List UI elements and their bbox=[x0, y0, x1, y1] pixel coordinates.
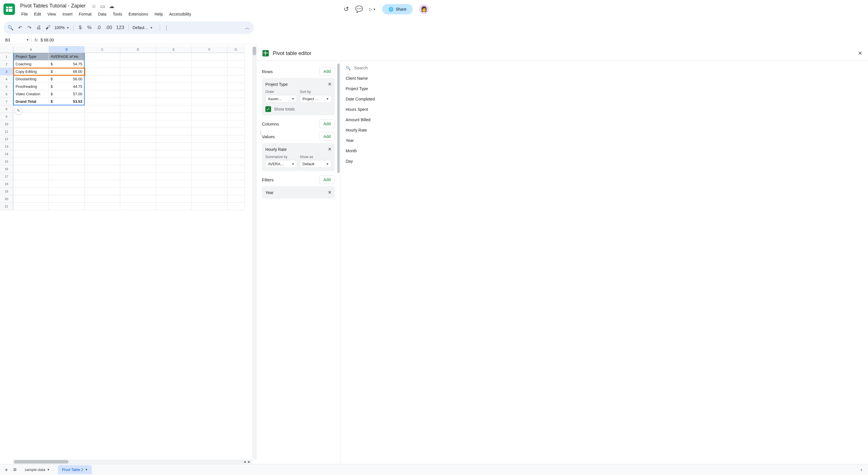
sheets-logo[interactable] bbox=[3, 3, 15, 15]
col-header-E[interactable]: E bbox=[156, 46, 192, 53]
showas-dropdown[interactable]: Default ▼ bbox=[300, 160, 332, 168]
cell[interactable] bbox=[49, 180, 85, 188]
cell[interactable] bbox=[227, 195, 245, 203]
row-header[interactable]: 19 bbox=[0, 188, 13, 195]
cell[interactable] bbox=[49, 158, 85, 165]
cell[interactable] bbox=[156, 195, 192, 203]
cell[interactable] bbox=[49, 203, 85, 210]
cell[interactable] bbox=[192, 113, 227, 120]
paint-format-icon[interactable]: 🖌 bbox=[45, 25, 50, 31]
cell[interactable] bbox=[49, 165, 85, 173]
move-icon[interactable]: ▭ bbox=[100, 3, 105, 9]
select-all-corner[interactable] bbox=[0, 46, 13, 53]
cell[interactable] bbox=[85, 98, 120, 106]
cell[interactable] bbox=[192, 98, 227, 106]
sortby-dropdown[interactable]: Project … ▼ bbox=[300, 95, 332, 103]
col-header-B[interactable]: B bbox=[49, 46, 85, 53]
cell[interactable] bbox=[13, 165, 49, 173]
cell[interactable] bbox=[85, 106, 120, 113]
cell[interactable] bbox=[49, 120, 85, 128]
row-header[interactable]: 3 bbox=[0, 68, 13, 76]
cell[interactable] bbox=[13, 195, 49, 203]
formula-value[interactable]: $ 68.00 bbox=[40, 38, 257, 42]
cell[interactable] bbox=[156, 150, 192, 158]
remove-filters-card-icon[interactable]: ✕ bbox=[328, 190, 332, 195]
row-header[interactable]: 11 bbox=[0, 128, 13, 135]
col-header-C[interactable]: C bbox=[85, 46, 120, 53]
row-header[interactable]: 8 bbox=[0, 106, 13, 113]
cell[interactable] bbox=[49, 150, 85, 158]
cell[interactable] bbox=[192, 90, 227, 98]
cell[interactable] bbox=[192, 53, 227, 60]
cell[interactable] bbox=[156, 158, 192, 165]
cell[interactable] bbox=[120, 98, 156, 106]
field-item[interactable]: Hours Spent bbox=[340, 104, 434, 115]
cell[interactable]: $ 56.00 bbox=[49, 76, 85, 83]
cell[interactable] bbox=[156, 113, 192, 120]
cell[interactable]: Ghostwriting bbox=[13, 76, 49, 83]
cell[interactable] bbox=[192, 165, 227, 173]
cell[interactable] bbox=[227, 165, 245, 173]
row-header[interactable]: 1 bbox=[0, 53, 13, 60]
cell[interactable] bbox=[120, 113, 156, 120]
cell[interactable] bbox=[227, 143, 245, 150]
cell[interactable] bbox=[120, 195, 156, 203]
cell[interactable] bbox=[227, 90, 245, 98]
document-title[interactable]: Pivot Tables Tutorial - Zapier bbox=[19, 2, 88, 9]
collapse-toolbar-icon[interactable]: ︿ bbox=[245, 25, 250, 31]
menu-help[interactable]: Help bbox=[152, 11, 166, 18]
cell[interactable]: Proofreading bbox=[13, 83, 49, 90]
menu-extensions[interactable]: Extensions bbox=[125, 11, 151, 18]
cell[interactable]: Copy Editing bbox=[13, 68, 49, 76]
share-button[interactable]: 🌐 Share bbox=[382, 4, 413, 14]
show-totals-checkbox[interactable]: ✓ bbox=[265, 106, 271, 112]
cell[interactable] bbox=[13, 128, 49, 135]
cell[interactable] bbox=[156, 68, 192, 76]
undo-icon[interactable]: ↶ bbox=[18, 25, 23, 31]
cell[interactable] bbox=[13, 150, 49, 158]
pivot-header-cell[interactable]: AVERAGE of Ho bbox=[49, 53, 85, 60]
cell[interactable] bbox=[85, 113, 120, 120]
row-header[interactable]: 2 bbox=[0, 60, 13, 68]
cell[interactable] bbox=[49, 188, 85, 195]
row-header[interactable]: 10 bbox=[0, 120, 13, 128]
percent-format-button[interactable]: % bbox=[87, 25, 92, 31]
account-avatar[interactable]: 👩 bbox=[419, 4, 429, 14]
cell[interactable] bbox=[120, 106, 156, 113]
cell[interactable] bbox=[120, 150, 156, 158]
cell[interactable] bbox=[192, 135, 227, 143]
cell[interactable] bbox=[85, 158, 120, 165]
history-icon[interactable]: ↺ bbox=[344, 5, 349, 13]
cell[interactable] bbox=[192, 128, 227, 135]
cell[interactable] bbox=[13, 120, 49, 128]
spreadsheet-grid[interactable]: A B C D E F G 1 Project Type AVERAGE of … bbox=[0, 46, 257, 237]
add-columns-button[interactable]: Add bbox=[319, 119, 335, 128]
col-header-F[interactable]: F bbox=[192, 46, 227, 53]
row-header[interactable]: 4 bbox=[0, 76, 13, 83]
add-rows-button[interactable]: Add bbox=[319, 67, 335, 76]
remove-values-card-icon[interactable]: ✕ bbox=[328, 147, 332, 152]
summarize-dropdown[interactable]: AVERA… ▼ bbox=[265, 160, 297, 168]
cell[interactable] bbox=[192, 83, 227, 90]
cell[interactable] bbox=[49, 195, 85, 203]
cell[interactable] bbox=[13, 188, 49, 195]
cell[interactable] bbox=[85, 180, 120, 188]
cell[interactable] bbox=[227, 83, 245, 90]
cell[interactable]: Coaching bbox=[13, 60, 49, 68]
vertical-scrollbar[interactable] bbox=[252, 46, 257, 237]
cell[interactable] bbox=[120, 60, 156, 68]
increase-decimal-button[interactable]: .00 bbox=[105, 25, 112, 31]
cell[interactable] bbox=[192, 106, 227, 113]
cell[interactable] bbox=[13, 180, 49, 188]
cell[interactable] bbox=[156, 98, 192, 106]
cell[interactable] bbox=[120, 76, 156, 83]
field-item[interactable]: Client Name bbox=[340, 73, 434, 84]
field-item[interactable]: Project Type bbox=[340, 84, 434, 94]
cell[interactable] bbox=[85, 60, 120, 68]
remove-rows-card-icon[interactable]: ✕ bbox=[328, 82, 332, 87]
row-header[interactable]: 5 bbox=[0, 83, 13, 90]
star-icon[interactable]: ☆ bbox=[92, 3, 96, 9]
row-header[interactable]: 7 bbox=[0, 98, 13, 106]
cell[interactable] bbox=[13, 143, 49, 150]
cell[interactable] bbox=[120, 188, 156, 195]
